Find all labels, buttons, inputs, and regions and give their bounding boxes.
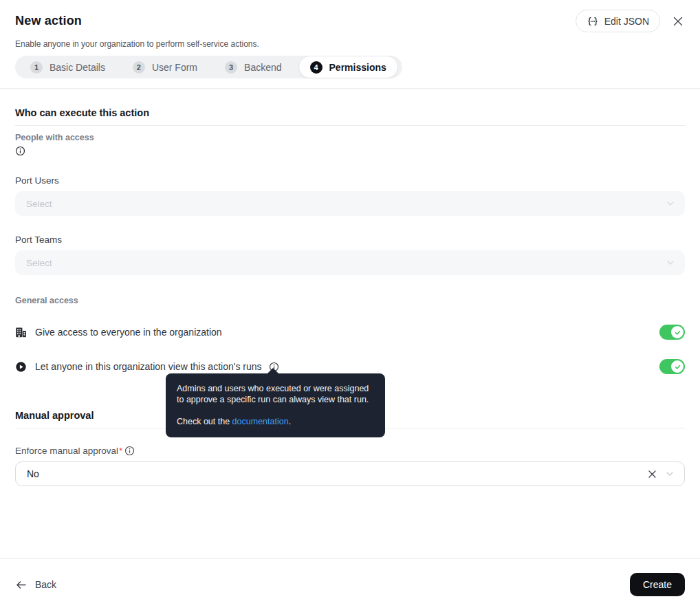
enforce-manual-approval-select[interactable]: No: [15, 461, 685, 486]
create-button[interactable]: Create: [630, 573, 685, 596]
edit-json-label: Edit JSON: [604, 16, 649, 27]
step-basic-details[interactable]: 1 Basic Details: [30, 61, 105, 74]
info-icon: [15, 146, 25, 156]
port-users-select[interactable]: Select: [15, 191, 685, 216]
step-number: 3: [225, 61, 237, 74]
general-access-label: General access: [15, 296, 685, 305]
step-user-form[interactable]: 2 User Form: [133, 61, 197, 74]
step-number: 1: [30, 61, 43, 74]
new-action-dialog: New action Edit JSON: [0, 0, 700, 610]
page-title: New action: [15, 14, 82, 28]
organization-building-icon: [15, 327, 27, 338]
select-placeholder: Select: [26, 199, 667, 209]
back-button[interactable]: Back: [15, 579, 56, 591]
code-braces-icon: [587, 16, 599, 27]
enforce-info-icon[interactable]: [124, 446, 135, 456]
tooltip-text: .: [289, 417, 291, 426]
section-divider: [15, 125, 685, 126]
step-label: Permissions: [329, 62, 386, 73]
people-with-access-info[interactable]: [15, 146, 685, 159]
view-runs-label: Let anyone in this organization view thi…: [35, 361, 262, 372]
step-label: User Form: [152, 62, 197, 73]
give-access-toggle[interactable]: [659, 325, 685, 340]
step-backend[interactable]: 3 Backend: [225, 61, 281, 74]
tooltip-line: Admins and users who executed or were as…: [177, 383, 374, 394]
documentation-link[interactable]: documentation: [232, 417, 289, 426]
execute-section-heading: Who can execute this action: [15, 107, 685, 118]
step-label: Basic Details: [50, 62, 105, 73]
select-placeholder: Select: [26, 258, 667, 268]
dialog-subtitle: Enable anyone in your organization to pe…: [15, 39, 685, 49]
port-teams-label: Port Teams: [15, 235, 685, 245]
chevron-down-icon: [667, 201, 674, 206]
play-circle-icon: [15, 361, 27, 373]
dialog-footer: Back Create: [0, 558, 700, 610]
step-label: Backend: [244, 62, 281, 73]
view-runs-row: Let anyone in this organization view thi…: [15, 359, 685, 374]
port-users-label: Port Users: [15, 175, 685, 186]
view-runs-toggle[interactable]: [659, 359, 685, 374]
tooltip-text: Check out the: [177, 417, 232, 426]
chevron-down-icon: [666, 472, 673, 476]
step-number: 2: [133, 61, 145, 74]
view-runs-tooltip: Admins and users who executed or were as…: [166, 373, 385, 437]
toggle-knob-check-icon: [671, 360, 683, 373]
arrow-left-icon: [15, 579, 27, 591]
clear-selection-icon[interactable]: [648, 470, 657, 479]
step-number: 4: [310, 61, 322, 74]
people-with-access-label: People with access: [15, 133, 685, 142]
enforce-label-text: Enforce manual approval: [15, 446, 118, 456]
toggle-knob-check-icon: [671, 326, 683, 338]
dialog-header: New action Edit JSON: [0, 0, 700, 89]
back-label: Back: [35, 579, 56, 590]
tooltip-line: to approve a specific run can always vie…: [177, 394, 374, 405]
close-button[interactable]: [671, 14, 685, 28]
selected-value: No: [27, 468, 648, 479]
required-asterisk: *: [119, 446, 122, 456]
give-access-label: Give access to everyone in the organizat…: [35, 327, 222, 338]
enforce-manual-approval-label: Enforce manual approval*: [15, 446, 685, 456]
tooltip-doc-line: Check out the documentation.: [177, 416, 374, 427]
wizard-stepper: 1 Basic Details 2 User Form 3 Backend 4 …: [15, 56, 402, 78]
edit-json-button[interactable]: Edit JSON: [576, 10, 660, 32]
step-permissions[interactable]: 4 Permissions: [298, 56, 398, 78]
close-icon: [672, 16, 683, 27]
chevron-down-icon: [667, 261, 674, 265]
give-access-row: Give access to everyone in the organizat…: [15, 325, 685, 340]
port-teams-select[interactable]: Select: [15, 250, 685, 275]
